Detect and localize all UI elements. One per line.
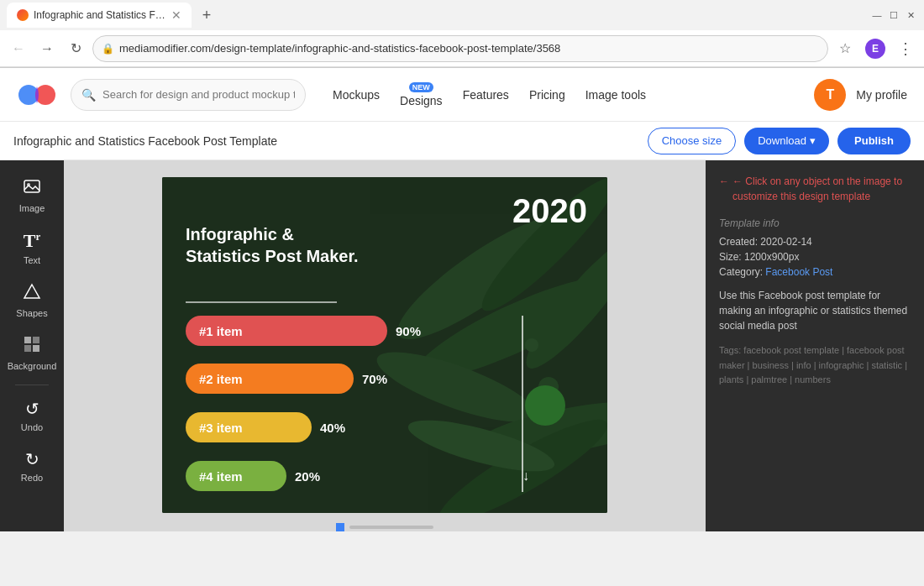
my-profile-link[interactable]: My profile bbox=[856, 88, 907, 102]
address-text: mediamodifier.com/design-template/infogr… bbox=[119, 42, 819, 55]
svg-point-18 bbox=[525, 338, 538, 352]
image-tool-label: Image bbox=[19, 203, 45, 213]
address-bar[interactable]: 🔒 mediamodifier.com/design-template/info… bbox=[92, 35, 828, 62]
publish-button[interactable]: Publish bbox=[837, 128, 911, 154]
svg-rect-6 bbox=[33, 337, 39, 343]
bookmark-button[interactable]: ☆ bbox=[833, 37, 857, 60]
window-controls: — ☐ ✕ bbox=[870, 8, 917, 22]
bar-3-pill: #3 item bbox=[186, 412, 312, 442]
template-category: Category: Facebook Post bbox=[719, 266, 911, 278]
background-icon bbox=[23, 335, 41, 358]
canvas-wrapper[interactable]: 2020 Infographic & Statistics Post Maker… bbox=[64, 160, 706, 531]
workspace: Image Tr Text Shapes Bac bbox=[0, 160, 924, 531]
shapes-tool-label: Shapes bbox=[16, 308, 47, 318]
app-logo[interactable] bbox=[17, 75, 57, 115]
profile-chrome-button[interactable]: E bbox=[864, 37, 887, 60]
tab-favicon bbox=[17, 9, 29, 21]
scroll-indicator bbox=[162, 523, 607, 531]
tab-title: Infographic and Statistics Facebo... bbox=[34, 9, 166, 21]
canvas-divider bbox=[186, 301, 337, 303]
chrome-profile-avatar: E bbox=[865, 39, 885, 59]
active-tab[interactable]: Infographic and Statistics Facebo... ✕ bbox=[7, 3, 192, 28]
toolbar-divider bbox=[15, 385, 49, 385]
tags-content: facebook post template | facebook post m… bbox=[719, 345, 907, 385]
nav-mockups[interactable]: Mockups bbox=[333, 88, 380, 102]
undo-tool-label: Undo bbox=[21, 422, 43, 432]
title-bar: Infographic and Statistics Facebo... ✕ +… bbox=[0, 0, 924, 30]
template-description: Use this Facebook post template for maki… bbox=[719, 288, 911, 333]
bar-1-pct: 90% bbox=[396, 324, 421, 338]
user-avatar[interactable]: T bbox=[814, 79, 846, 111]
tool-undo[interactable]: ↺ Undo bbox=[5, 392, 59, 439]
image-icon bbox=[23, 177, 41, 200]
shapes-icon bbox=[23, 282, 41, 305]
right-panel: ← ← Click on any object on the image to … bbox=[706, 160, 924, 531]
bar-3-pct: 40% bbox=[320, 421, 345, 435]
title-actions: Choose size Download ▾ Publish bbox=[648, 128, 911, 154]
lock-icon: 🔒 bbox=[102, 43, 114, 55]
nav-features[interactable]: Features bbox=[463, 88, 509, 102]
canvas-year[interactable]: 2020 bbox=[512, 192, 587, 230]
search-input[interactable] bbox=[102, 88, 295, 101]
svg-rect-5 bbox=[24, 337, 31, 343]
tool-redo[interactable]: ↻ Redo bbox=[5, 442, 59, 489]
nav-bar: ← → ↻ 🔒 mediamodifier.com/design-templat… bbox=[0, 30, 924, 67]
template-size: Size: 1200x900px bbox=[719, 251, 911, 263]
bar-2-pct: 70% bbox=[362, 372, 387, 386]
tool-background[interactable]: Background bbox=[5, 328, 59, 378]
scroll-track bbox=[349, 526, 433, 529]
hint-arrow-icon: ← bbox=[719, 174, 729, 204]
new-tab-button[interactable]: + bbox=[195, 3, 218, 27]
canvas-scale-line bbox=[522, 316, 523, 492]
search-icon: 🔍 bbox=[81, 88, 96, 102]
template-info-section: Template info Created: 2020-02-14 Size: … bbox=[719, 217, 911, 278]
tool-image[interactable]: Image bbox=[5, 170, 59, 220]
download-button[interactable]: Download ▾ bbox=[744, 128, 829, 154]
tab-close-button[interactable]: ✕ bbox=[171, 8, 181, 22]
template-created: Created: 2020-02-14 bbox=[719, 236, 911, 248]
browser-nav-icons: ☆ E ⋮ bbox=[833, 37, 917, 60]
designs-new-badge: NEW bbox=[409, 82, 433, 92]
page-title-bar: Infographic and Statistics Facebook Post… bbox=[0, 122, 924, 160]
svg-rect-7 bbox=[24, 345, 31, 352]
svg-rect-8 bbox=[33, 345, 39, 352]
search-bar[interactable]: 🔍 bbox=[71, 79, 306, 111]
minimize-button[interactable]: — bbox=[870, 8, 884, 22]
canvas-title[interactable]: Infographic & Statistics Post Maker. bbox=[186, 223, 359, 267]
svg-rect-2 bbox=[24, 181, 39, 192]
category-link[interactable]: Facebook Post bbox=[765, 266, 832, 278]
choose-size-button[interactable]: Choose size bbox=[648, 128, 737, 154]
design-canvas[interactable]: 2020 Infographic & Statistics Post Maker… bbox=[162, 177, 607, 531]
redo-icon: ↻ bbox=[25, 449, 39, 469]
template-info-label: Template info bbox=[719, 217, 911, 229]
nav-image-tools[interactable]: Image tools bbox=[585, 88, 646, 102]
hint-text: ← ← Click on any object on the image to … bbox=[719, 174, 911, 204]
tags-label: Tags: bbox=[719, 345, 743, 355]
forward-button[interactable]: → bbox=[35, 37, 59, 60]
more-button[interactable]: ⋮ bbox=[894, 37, 917, 60]
bar-4[interactable]: #4 item 20% bbox=[186, 461, 320, 491]
nav-pricing[interactable]: Pricing bbox=[529, 88, 565, 102]
reload-button[interactable]: ↻ bbox=[64, 37, 87, 60]
bar-4-pill: #4 item bbox=[186, 461, 286, 491]
nav-designs[interactable]: NEW Designs bbox=[400, 82, 443, 107]
close-window-button[interactable]: ✕ bbox=[904, 8, 917, 22]
header-right: T My profile bbox=[814, 79, 907, 111]
bar-2-pill: #2 item bbox=[186, 364, 354, 394]
canvas-deco-circle bbox=[525, 385, 565, 426]
redo-tool-label: Redo bbox=[21, 473, 43, 483]
tool-shapes[interactable]: Shapes bbox=[5, 275, 59, 325]
tool-text[interactable]: Tr Text bbox=[5, 223, 59, 272]
back-button[interactable]: ← bbox=[7, 37, 30, 60]
bar-1[interactable]: #1 item 90% bbox=[186, 316, 421, 346]
bar-4-pct: 20% bbox=[295, 469, 320, 484]
template-tags: Tags: facebook post template | facebook … bbox=[719, 343, 911, 388]
text-icon: Tr bbox=[24, 230, 40, 252]
hint-message: ← Click on any object on the image to cu… bbox=[732, 174, 911, 204]
bar-3[interactable]: #3 item 40% bbox=[186, 412, 345, 442]
bar-1-pill: #1 item bbox=[186, 316, 387, 346]
bar-2[interactable]: #2 item 70% bbox=[186, 364, 387, 394]
maximize-button[interactable]: ☐ bbox=[887, 8, 900, 22]
app-header: 🔍 Mockups NEW Designs Features Pricing I… bbox=[0, 68, 924, 122]
scale-arrow-down: ↓ bbox=[522, 468, 529, 484]
